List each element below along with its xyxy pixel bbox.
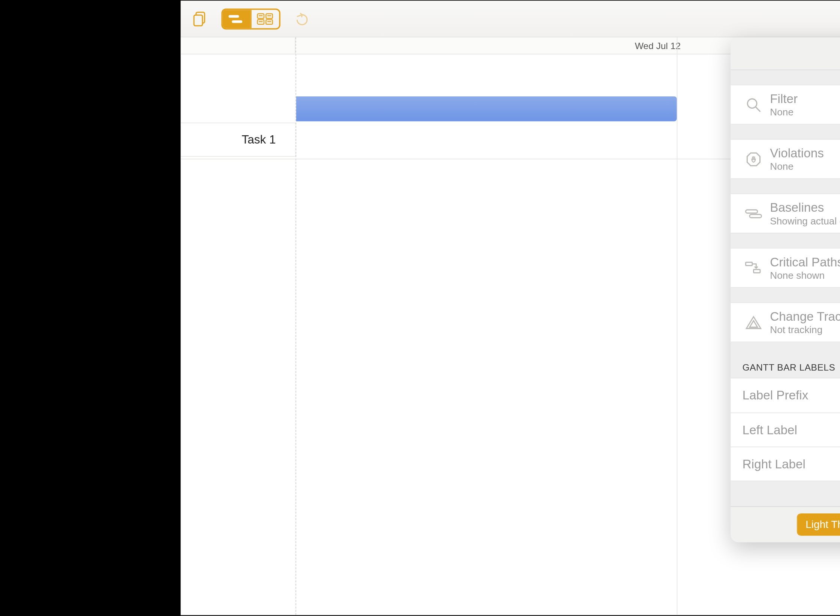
critical-paths-icon: [741, 261, 766, 275]
svg-rect-25: [754, 269, 760, 272]
popover-footer: Light Theme Dark Theme: [730, 506, 840, 542]
view-item-baselines[interactable]: Baselines Showing actual only: [730, 194, 840, 233]
view-item-filter[interactable]: Filter None: [730, 85, 840, 124]
gantt-bar-labels-header: GANTT BAR LABELS: [730, 342, 840, 378]
theme-segmented[interactable]: Light Theme Dark Theme: [797, 513, 840, 536]
svg-line-20: [756, 107, 760, 111]
popover-title: View: [730, 37, 840, 70]
view-mode-grid[interactable]: [250, 9, 279, 28]
svg-rect-3: [232, 20, 242, 22]
right-label-row[interactable]: Right Label Assigned: [730, 447, 840, 481]
item-subtitle: None: [770, 161, 840, 172]
svg-rect-23: [750, 214, 762, 217]
right-label-label: Right Label: [742, 457, 840, 471]
view-item-violations[interactable]: Violations None: [730, 140, 840, 178]
view-item-critical-paths[interactable]: Critical Paths None shown: [730, 248, 840, 287]
baselines-icon: [741, 207, 766, 220]
item-subtitle: Showing actual only: [770, 215, 840, 226]
task-header-spacer: [181, 37, 296, 55]
app-window: Edit Wed Jul 12 Task 1 View: [180, 0, 840, 616]
popover-content[interactable]: Filter None: [730, 70, 840, 506]
undo-button[interactable]: [290, 7, 313, 30]
view-item-change-tracking[interactable]: Change Tracking Not tracking: [730, 303, 840, 342]
grid-view-icon: [257, 13, 274, 25]
documents-icon: [192, 10, 209, 27]
search-icon: [741, 96, 766, 113]
undo-icon: [293, 10, 310, 27]
stop-hand-icon: [741, 151, 766, 168]
item-subtitle: None: [770, 106, 840, 118]
item-title: Change Tracking: [770, 309, 840, 324]
item-subtitle: None shown: [770, 269, 840, 281]
left-label-row[interactable]: Left Label Title: [730, 413, 840, 447]
item-title: Filter: [770, 92, 840, 106]
svg-rect-22: [746, 209, 758, 213]
svg-rect-1: [194, 15, 202, 25]
view-mode-gantt[interactable]: [223, 9, 250, 28]
change-tracking-icon: [741, 314, 766, 330]
item-title: Critical Paths: [770, 255, 840, 270]
item-subtitle: Not tracking: [770, 324, 840, 335]
documents-button[interactable]: [189, 7, 212, 30]
view-popover: View Filter None: [730, 37, 840, 543]
label-prefix-row[interactable]: Label Prefix None: [730, 378, 840, 413]
label-prefix-label: Label Prefix: [742, 388, 840, 403]
left-label-label: Left Label: [742, 423, 840, 437]
toolbar: Edit: [181, 1, 840, 37]
item-title: Baselines: [770, 201, 840, 215]
light-theme-option[interactable]: Light Theme: [798, 514, 840, 535]
svg-rect-24: [746, 262, 753, 265]
view-mode-segmented[interactable]: [221, 8, 280, 29]
gantt-view-icon: [228, 13, 245, 25]
item-title: Violations: [770, 146, 840, 161]
svg-rect-2: [229, 15, 239, 17]
